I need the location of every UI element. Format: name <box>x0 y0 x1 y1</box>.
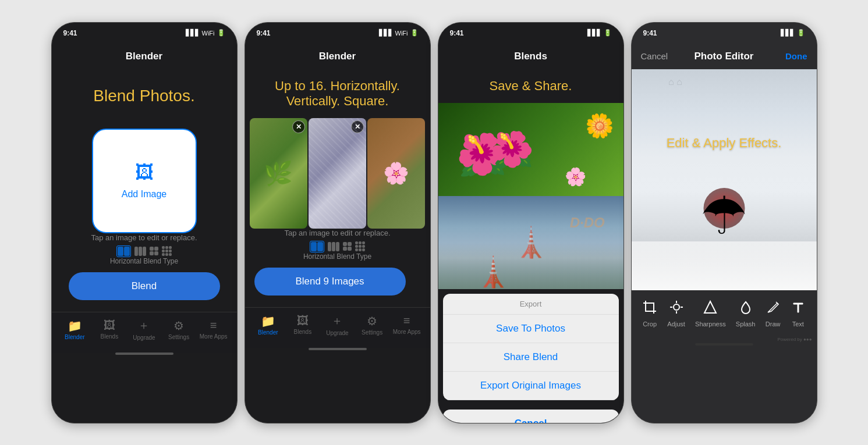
status-time-2: 9:41 <box>257 29 271 37</box>
photo-grid-item-3[interactable] <box>367 118 425 229</box>
svg-point-0 <box>674 304 679 310</box>
save-to-photos-button[interactable]: Save To Photos <box>443 315 619 343</box>
remove-photo-2[interactable]: ✕ <box>351 120 364 133</box>
blend-button-label-2: Blend 9 Images <box>295 276 364 287</box>
tap-hint-2: Tap an image to edit or replace. <box>254 229 421 237</box>
moreapps-tab-icon-2: ≡ <box>403 314 410 327</box>
blends-tab-label-1: Blends <box>101 333 119 340</box>
tap-hint-1: Tap an image to edit or replace. <box>91 233 197 242</box>
phone-frame-4: 9:41 ▋▋▋ 🔋 Cancel Photo Editor Done ⌂ ⌂ … <box>631 22 817 423</box>
blend-type-3col-2[interactable] <box>328 242 339 251</box>
tab-blender-1[interactable]: 📁 Blender <box>60 319 89 340</box>
status-bar-2: 9:41 ▋▋▋ WiFi 🔋 <box>245 23 430 44</box>
upgrade-tab-label-1: Upgrade <box>133 334 155 341</box>
text-tool[interactable]: Text <box>791 300 806 327</box>
text-label: Text <box>792 321 804 327</box>
nav-title-4: Photo Editor <box>695 51 754 62</box>
adjust-tool[interactable]: Adjust <box>667 300 685 327</box>
signal-icon-3: ▋▋▋ <box>587 29 601 37</box>
screenshots-container: 9:41 ▋▋▋ WiFi 🔋 Blender Blend Photos. 🖼 … <box>40 10 829 435</box>
blend-button-1[interactable]: Blend <box>69 272 220 300</box>
blend-type-label-2: Horizontal Blend Type <box>254 252 421 261</box>
powered-by: Powered by ●●● <box>632 337 817 343</box>
nav-bar-4: Cancel Photo Editor Done <box>632 44 817 69</box>
status-bar-1: 9:41 ▋▋▋ WiFi 🔋 <box>52 23 237 44</box>
blend-type-3x3-2[interactable] <box>355 241 365 251</box>
nav-cancel-4[interactable]: Cancel <box>641 51 668 61</box>
status-icons-3: ▋▋▋ 🔋 <box>587 29 612 37</box>
remove-photo-1[interactable]: ✕ <box>292 120 305 133</box>
blend-type-2x2-2[interactable] <box>343 242 352 251</box>
upgrade-tab-icon-1: ＋ <box>138 318 150 333</box>
blend-type-3col[interactable] <box>134 247 146 256</box>
tab-blends-2[interactable]: 🖼 Blends <box>288 314 317 335</box>
blend-type-2col-2[interactable] <box>310 241 324 252</box>
crop-tool[interactable]: Crop <box>642 300 657 327</box>
tab-moreapps-2[interactable]: ≡ More Apps <box>392 314 421 335</box>
status-icons-2: ▋▋▋ WiFi 🔋 <box>379 29 419 37</box>
moreapps-tab-label-1: More Apps <box>200 333 228 340</box>
nav-title-3: Blends <box>514 51 547 62</box>
adjust-label: Adjust <box>667 321 685 327</box>
export-sheet: Export Save To Photos Share Blend Export… <box>443 294 619 400</box>
blends-tab-label-2: Blends <box>294 329 312 335</box>
sharpness-tool[interactable]: Sharpness <box>695 300 726 327</box>
blender-tab-icon-1: 📁 <box>68 319 82 333</box>
nav-bar-3: Blends <box>438 44 623 69</box>
settings-tab-label-1: Settings <box>168 334 189 340</box>
moreapps-tab-icon-1: ≡ <box>210 319 217 332</box>
blend-button-2[interactable]: Blend 9 Images <box>254 268 406 296</box>
draw-icon <box>766 300 781 318</box>
photo-grid-item-1[interactable]: ✕ <box>250 118 307 229</box>
wifi-icon-1: WiFi <box>202 30 215 37</box>
crop-icon <box>642 300 657 318</box>
draw-tool[interactable]: Draw <box>766 300 781 327</box>
status-bar-4: 9:41 ▋▋▋ 🔋 <box>632 23 817 44</box>
export-original-button[interactable]: Export Original Images <box>443 372 619 400</box>
tab-upgrade-2[interactable]: ＋ Upgrade <box>323 313 352 336</box>
blend-icons-row-2 <box>254 241 421 252</box>
add-image-button[interactable]: 🖼 Add Image <box>92 129 197 233</box>
home-indicator-1 <box>115 353 173 355</box>
blend-type-3x3[interactable] <box>162 246 172 256</box>
cancel-button[interactable]: Cancel <box>443 410 619 423</box>
nav-done-4[interactable]: Done <box>785 51 807 61</box>
status-time-4: 9:41 <box>643 29 657 37</box>
text-icon <box>791 300 806 318</box>
battery-icon-3: 🔋 <box>604 29 612 37</box>
export-title: Export <box>443 294 619 315</box>
signal-icon-4: ▋▋▋ <box>781 29 795 37</box>
status-time-3: 9:41 <box>450 29 464 37</box>
settings-tab-label-2: Settings <box>362 329 382 336</box>
tab-upgrade-1[interactable]: ＋ Upgrade <box>129 318 158 341</box>
editor-headline: Edit & Apply Effects. <box>632 136 817 151</box>
tab-settings-1[interactable]: ⚙ Settings <box>164 319 193 340</box>
blend-type-2x2[interactable] <box>150 247 158 255</box>
splash-icon <box>738 300 753 318</box>
screen1-content: Blend Photos. 🖼 Add Image Tap an image t… <box>52 69 237 312</box>
blender-tab-label-2: Blender <box>258 329 278 336</box>
tab-blender-2[interactable]: 📁 Blender <box>253 314 282 336</box>
tab-moreapps-1[interactable]: ≡ More Apps <box>199 319 228 340</box>
add-image-icon: 🖼 <box>135 162 154 183</box>
photo-editor-image: ⌂ ⌂ ☂ Edit & Apply Effects. <box>632 69 817 290</box>
battery-icon-2: 🔋 <box>410 29 419 37</box>
photo-grid-item-2[interactable]: ✕ <box>309 118 366 229</box>
tab-bar-1: 📁 Blender 🖼 Blends ＋ Upgrade ⚙ Settings … <box>52 312 237 353</box>
tab-settings-2[interactable]: ⚙ Settings <box>357 314 387 336</box>
phone-frame-2: 9:41 ▋▋▋ WiFi 🔋 Blender Up to 16. Horizo… <box>245 22 431 423</box>
screen3-photo-eiffel: 🗼 D·DO <box>438 196 623 289</box>
blend-type-2col[interactable] <box>116 245 131 257</box>
home-indicator-2 <box>309 348 367 350</box>
wifi-icon-2: WiFi <box>395 30 408 37</box>
tab-blends-1[interactable]: 🖼 Blends <box>95 319 124 340</box>
signal-icon-2: ▋▋▋ <box>379 29 393 37</box>
splash-tool[interactable]: Splash <box>736 300 756 327</box>
blend-icons-row-1 <box>116 245 172 257</box>
photo-grid-area: ✕ ✕ <box>250 118 426 229</box>
home-indicator-4 <box>695 343 753 346</box>
nav-title-1: Blender <box>126 51 162 62</box>
adjust-icon <box>669 300 684 318</box>
share-blend-button[interactable]: Share Blend <box>443 343 619 372</box>
signal-icon-1: ▋▋▋ <box>186 29 200 37</box>
